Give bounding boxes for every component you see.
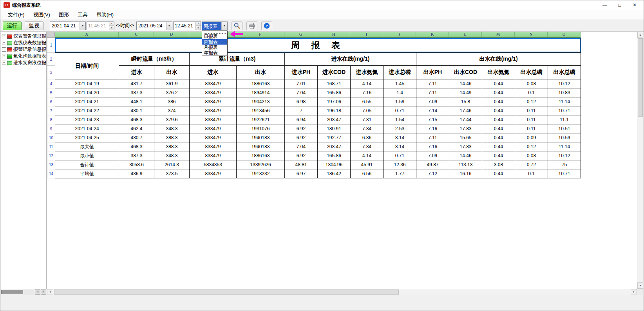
table-cell[interactable]: 168.71 <box>318 79 351 88</box>
scroll-left-icon[interactable]: ◄ <box>35 289 40 295</box>
table-cell[interactable]: 14.46 <box>449 151 482 160</box>
report-title[interactable]: 周 报 表 <box>55 38 581 53</box>
column-header[interactable]: H <box>317 32 350 38</box>
table-cell[interactable]: 11.1 <box>548 115 581 124</box>
column-header[interactable]: J <box>383 32 416 38</box>
table-cell[interactable]: 436.9 <box>119 169 154 178</box>
table-cell[interactable]: 2614.3 <box>154 160 190 169</box>
table-cell[interactable]: 2021-04-25 <box>55 133 119 142</box>
menu-item[interactable]: 图形 <box>54 10 73 20</box>
table-cell[interactable]: 833479 <box>190 79 237 88</box>
table-cell[interactable]: 1940183 <box>237 133 285 142</box>
table-cell[interactable]: 17.83 <box>449 142 482 151</box>
sub-header[interactable]: 进水PH <box>285 66 318 79</box>
tree-item[interactable]: +进水泵房液位报 <box>1 59 46 66</box>
column-header[interactable]: L <box>449 32 482 38</box>
table-cell[interactable]: 7.11 <box>416 88 449 97</box>
table-cell[interactable]: 165.86 <box>318 151 351 160</box>
scrollbar-thumb[interactable] <box>638 38 643 117</box>
table-cell[interactable]: 386 <box>154 97 190 106</box>
table-cell[interactable]: 833479 <box>190 133 237 142</box>
table-cell[interactable]: 3058.6 <box>119 160 154 169</box>
table-cell[interactable]: 45.91 <box>351 160 384 169</box>
table-cell[interactable]: 7.34 <box>351 142 384 151</box>
table-cell[interactable]: 1904213 <box>237 97 285 106</box>
chevron-down-icon[interactable]: ▼ <box>80 22 85 30</box>
sub-header[interactable]: 进水 <box>190 66 237 79</box>
spin-down-icon[interactable]: ▼ <box>109 26 114 30</box>
table-cell[interactable]: 1931076 <box>237 124 285 133</box>
table-cell[interactable]: 7.11 <box>416 133 449 142</box>
table-cell[interactable]: 468.3 <box>119 142 154 151</box>
table-cell[interactable]: 0.71 <box>384 106 416 115</box>
table-cell[interactable]: 203.47 <box>318 115 351 124</box>
table-cell[interactable]: 833479 <box>190 169 237 178</box>
end-time-spinner[interactable]: 12:45:21 ▲ ▼ <box>173 22 201 30</box>
scrollbar-thumb[interactable] <box>1 290 23 294</box>
start-time-spinner[interactable]: 11:45:21 ▲ ▼ <box>87 22 114 30</box>
table-cell[interactable]: 7.34 <box>351 124 384 133</box>
table-cell[interactable]: 388.3 <box>154 142 190 151</box>
chevron-down-icon[interactable]: ▼ <box>221 22 227 30</box>
table-cell[interactable]: 2021-04-22 <box>55 106 119 115</box>
table-cell[interactable]: 7.01 <box>285 79 318 88</box>
table-cell[interactable]: 0.72 <box>515 160 548 169</box>
scroll-down-icon[interactable]: ▼ <box>637 282 643 289</box>
table-cell[interactable]: 2.53 <box>384 124 416 133</box>
sub-header[interactable]: 出水 <box>154 66 190 79</box>
table-cell[interactable]: 1913456 <box>237 106 285 115</box>
table-cell[interactable]: 6.56 <box>351 169 384 178</box>
search-button[interactable] <box>232 22 242 30</box>
table-cell[interactable]: 379.6 <box>154 115 190 124</box>
table-cell[interactable]: 1886163 <box>237 151 285 160</box>
table-cell[interactable]: 833479 <box>190 142 237 151</box>
table-cell[interactable]: 1.59 <box>384 97 416 106</box>
header-outlet-online[interactable]: 出水在线(mg/1) <box>416 53 581 66</box>
minimize-button[interactable]: — <box>597 0 612 10</box>
table-cell[interactable]: 197.06 <box>318 97 351 106</box>
table-cell[interactable]: 348.3 <box>154 124 190 133</box>
table-cell[interactable]: 7.12 <box>416 169 449 178</box>
table-cell[interactable]: 7.04 <box>285 142 318 151</box>
scroll-up-icon[interactable]: ▲ <box>637 32 643 38</box>
scroll-right-icon[interactable]: ► <box>631 289 637 295</box>
table-cell[interactable]: 1.54 <box>384 115 416 124</box>
table-cell[interactable]: 4.14 <box>351 79 384 88</box>
table-cell[interactable]: 3.08 <box>482 160 515 169</box>
spin-down-icon[interactable]: ▼ <box>196 26 201 30</box>
table-cell[interactable]: 0.71 <box>384 151 416 160</box>
table-cell[interactable]: 7.11 <box>416 79 449 88</box>
table-cell[interactable]: 376.2 <box>154 88 190 97</box>
table-cell[interactable]: 0.44 <box>482 133 515 142</box>
spin-up-icon[interactable]: ▲ <box>196 22 201 26</box>
column-header[interactable]: G <box>284 32 317 38</box>
column-header[interactable]: N <box>515 32 548 38</box>
table-cell[interactable]: 387.3 <box>119 151 154 160</box>
spin-up-icon[interactable]: ▲ <box>109 22 114 26</box>
sub-header[interactable]: 出水 <box>237 66 285 79</box>
table-cell[interactable]: 0.44 <box>482 142 515 151</box>
table-cell[interactable]: 1940183 <box>237 142 285 151</box>
scrollbar-thumb[interactable] <box>54 289 399 295</box>
sub-header[interactable]: 进水总磷 <box>384 66 416 79</box>
table-cell[interactable]: 7.14 <box>416 106 449 115</box>
table-cell[interactable]: 7.16 <box>416 124 449 133</box>
table-cell[interactable]: 7 <box>285 106 318 115</box>
menu-item[interactable]: 工具 <box>73 10 92 20</box>
expand-plus-icon[interactable]: + <box>2 47 6 52</box>
table-cell[interactable]: 6.98 <box>285 97 318 106</box>
table-cell[interactable]: 7.09 <box>416 97 449 106</box>
time-stepper[interactable]: ▲ ▼ <box>109 22 114 30</box>
scroll-right-icon[interactable]: ► <box>41 289 46 295</box>
table-cell[interactable]: 7.15 <box>416 115 449 124</box>
dropdown-option[interactable]: 日报表 <box>202 34 227 39</box>
table-cell[interactable]: 7.09 <box>416 151 449 160</box>
table-cell[interactable]: 431.7 <box>119 79 154 88</box>
table-cell[interactable]: 14.46 <box>449 79 482 88</box>
expand-plus-icon[interactable]: + <box>2 34 6 38</box>
table-cell[interactable]: 373.5 <box>154 169 190 178</box>
sub-header[interactable]: 进水COD <box>318 66 351 79</box>
tree-item[interactable]: +在线仪表数据报 <box>1 40 46 46</box>
table-cell[interactable]: 10.12 <box>548 79 581 88</box>
header-date-time[interactable]: 日期/时间 <box>55 53 119 79</box>
